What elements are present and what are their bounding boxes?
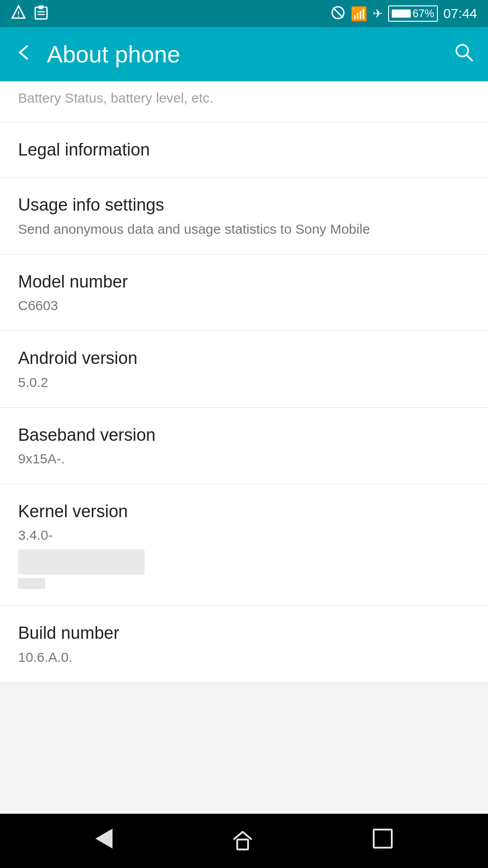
- svg-rect-10: [237, 840, 248, 849]
- legal-information-item[interactable]: Legal information: [0, 123, 488, 178]
- build-number-item[interactable]: Build number 10.6.A.0.: [0, 606, 488, 682]
- usage-info-settings-subtitle: Send anonymous data and usage statistics…: [18, 220, 470, 238]
- back-button[interactable]: [14, 43, 33, 65]
- page-title: About phone: [47, 41, 454, 68]
- svg-line-7: [333, 8, 343, 18]
- build-number-title: Build number: [18, 622, 470, 644]
- battery-icon: 67%: [388, 5, 438, 22]
- baseband-version-title: Baseband version: [18, 424, 470, 446]
- nav-bar: [0, 814, 488, 868]
- wifi-icon: 📶: [351, 6, 367, 22]
- baseband-version-value: 9x15A-.: [18, 450, 470, 467]
- app-bar: About phone: [0, 27, 488, 81]
- kernel-version-title: Kernel version: [18, 500, 470, 523]
- kernel-version-value: 3.4.0-: [18, 526, 470, 544]
- home-nav-button[interactable]: [231, 830, 254, 852]
- status-bar: ! 📶 ✈ 67: [0, 0, 488, 27]
- no-sim-icon: [331, 5, 345, 22]
- android-version-item[interactable]: Android version 5.0.2: [0, 331, 488, 407]
- status-bar-left: !: [11, 5, 49, 23]
- build-number-value: 10.6.A.0.: [18, 648, 470, 666]
- back-nav-button[interactable]: [95, 829, 113, 853]
- back-nav-icon: [95, 829, 113, 853]
- usage-info-settings-title: Usage info settings: [18, 194, 470, 216]
- battery-status-item[interactable]: Battery Status, battery level, etc.: [0, 81, 488, 123]
- kernel-version-item[interactable]: Kernel version 3.4.0-: [0, 484, 488, 606]
- recents-nav-button[interactable]: [373, 829, 393, 853]
- svg-line-9: [467, 55, 472, 61]
- battery-status-partial-text: Battery Status, battery level, etc.: [18, 90, 213, 105]
- airplane-icon: ✈: [373, 7, 383, 21]
- status-time: 07:44: [443, 6, 477, 21]
- status-bar-right: 📶 ✈ 67% 07:44: [331, 5, 477, 22]
- model-number-value: C6603: [18, 297, 470, 314]
- legal-information-title: Legal information: [18, 139, 470, 161]
- svg-text:!: !: [17, 10, 19, 18]
- settings-content: Battery Status, battery level, etc. Lega…: [0, 81, 488, 814]
- battery-percentage: 67%: [413, 7, 434, 20]
- search-button[interactable]: [454, 42, 474, 67]
- baseband-version-item[interactable]: Baseband version 9x15A-.: [0, 408, 488, 484]
- android-version-title: Android version: [18, 347, 470, 369]
- home-nav-icon: [231, 830, 254, 852]
- recents-nav-icon: [373, 829, 393, 853]
- android-version-value: 5.0.2: [18, 373, 470, 391]
- clipboard-icon: [33, 5, 49, 23]
- warning-icon: !: [11, 5, 26, 23]
- model-number-item[interactable]: Model number C6603: [0, 255, 488, 331]
- model-number-title: Model number: [18, 271, 470, 293]
- usage-info-settings-item[interactable]: Usage info settings Send anonymous data …: [0, 178, 488, 254]
